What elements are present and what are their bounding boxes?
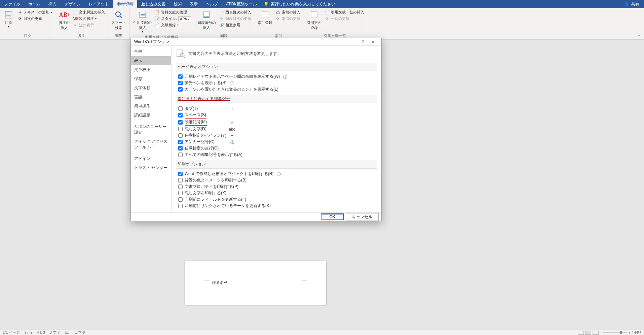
- opt-print-properties[interactable]: 文書プロパティを印刷する(P): [176, 183, 377, 190]
- nav-display[interactable]: 表示: [131, 56, 171, 65]
- opt-all[interactable]: すべての編集記号を表示する(A): [176, 152, 377, 158]
- bibliography-button[interactable]: 📄文献目録▾: [154, 22, 192, 28]
- update-toa-button[interactable]: ⟳一覧の更新: [324, 16, 365, 22]
- status-page[interactable]: 1/1 ページ: [3, 330, 20, 335]
- cross-ref-button[interactable]: 🔗相互参照: [219, 22, 252, 28]
- opt-break[interactable]: 任意指定の改行(O)❘: [176, 145, 377, 152]
- tab-references[interactable]: 参考資料: [113, 0, 137, 9]
- insert-index-button[interactable]: 📇索引の挿入: [275, 9, 301, 15]
- status-language[interactable]: 日本語: [74, 330, 85, 335]
- insert-citation-button[interactable]: 引用文献の 挿入 ▾: [132, 9, 153, 34]
- status-line[interactable]: 行: 2: [25, 330, 32, 335]
- status-words[interactable]: 0 文字: [50, 330, 60, 335]
- tab-atok[interactable]: ATOK拡張ツール: [222, 0, 261, 9]
- checkbox-print-properties[interactable]: [178, 185, 183, 189]
- opt-paragraph[interactable]: 段落記号(M)↵: [176, 119, 377, 126]
- nav-addins[interactable]: アドイン: [131, 154, 171, 163]
- insert-footnote-button[interactable]: AB1 脚注の 挿入: [57, 9, 71, 31]
- checkbox-highlighter[interactable]: [178, 81, 183, 85]
- tab-file[interactable]: ファイル: [0, 0, 24, 9]
- citation-style-dropdown[interactable]: 📝スタイル: APA ▾: [154, 16, 192, 22]
- tab-design[interactable]: デザイン: [61, 0, 85, 9]
- collapse-ribbon-button[interactable]: ︿: [637, 32, 641, 38]
- nav-advanced[interactable]: 詳細設定: [131, 111, 171, 120]
- info-icon[interactable]: i: [277, 172, 281, 176]
- checkbox-hyphen[interactable]: [178, 133, 183, 138]
- opt-tooltips[interactable]: カーソルを置いたときに文書のヒントを表示する(L): [176, 86, 377, 93]
- update-toc-button[interactable]: ⟳目次の更新: [17, 16, 53, 22]
- nav-general[interactable]: 全般: [131, 47, 171, 56]
- help-button[interactable]: ?: [358, 39, 368, 44]
- view-read-mode[interactable]: [578, 331, 584, 335]
- smart-lookup-button[interactable]: スマート 検索: [110, 9, 127, 31]
- document-page[interactable]: 作者名↵: [185, 261, 326, 305]
- opt-anchor[interactable]: アンカー記号(C)⚓: [176, 139, 377, 145]
- opt-space[interactable]: スペース(S)···: [176, 112, 377, 119]
- checkbox-paragraph[interactable]: [178, 120, 183, 125]
- share-button[interactable]: 👤 共有: [619, 0, 644, 9]
- checkbox-break[interactable]: [178, 146, 183, 150]
- tab-layout[interactable]: レイアウト: [85, 0, 113, 9]
- tab-view[interactable]: 表示: [186, 0, 202, 9]
- tab-mailings[interactable]: 差し込み文書: [137, 0, 169, 9]
- tell-me-search[interactable]: 💡 実行したい作業を入力してください: [264, 1, 335, 7]
- opt-hyphen[interactable]: 任意指定のハイフン(Y)¬: [176, 132, 377, 139]
- close-button[interactable]: ✕: [368, 39, 378, 44]
- tab-home[interactable]: ホーム: [24, 0, 44, 9]
- info-icon[interactable]: i: [283, 75, 287, 79]
- checkbox-print-links[interactable]: [178, 204, 183, 208]
- opt-print-background[interactable]: 背景の色とイメージを印刷する(B): [176, 177, 377, 183]
- checkbox-print-fields[interactable]: [178, 197, 183, 202]
- manage-sources-button[interactable]: 📋資料文献の管理: [154, 9, 192, 15]
- tab-help[interactable]: ヘルプ: [202, 0, 222, 9]
- checkbox-anchor[interactable]: [178, 140, 183, 144]
- tab-insert[interactable]: 挿入: [44, 0, 61, 9]
- info-icon[interactable]: i: [230, 81, 234, 85]
- status-proofing-icon[interactable]: 📖: [65, 330, 70, 335]
- checkbox-print-drawings[interactable]: [178, 172, 183, 176]
- mark-entry-button[interactable]: + 索引登録: [256, 9, 274, 26]
- update-tof-button[interactable]: ⟳図表目次の更新: [219, 16, 252, 22]
- checkbox-hidden[interactable]: [178, 127, 183, 131]
- checkbox-print-hidden[interactable]: [178, 191, 183, 195]
- ok-button[interactable]: OK: [321, 213, 344, 220]
- opt-print-drawings[interactable]: Word で作成した描画オブジェクトを印刷する(R)i: [176, 171, 377, 177]
- insert-caption-button[interactable]: 図表番号の 挿入: [196, 9, 217, 31]
- checkbox-tooltips[interactable]: [178, 87, 183, 92]
- checkbox-all[interactable]: [178, 153, 183, 157]
- checkbox-space[interactable]: [178, 113, 183, 118]
- view-web-layout[interactable]: [593, 331, 599, 335]
- insert-tof-button[interactable]: 📑図表目次の挿入: [219, 9, 252, 15]
- insert-toa-button[interactable]: 📄引用文献一覧の挿入: [324, 9, 365, 15]
- opt-print-fields[interactable]: 印刷前にフィールドを更新する(F): [176, 196, 377, 203]
- nav-typography[interactable]: 文字体裁: [131, 83, 171, 93]
- opt-print-hidden[interactable]: 隠し文字を印刷する(X): [176, 190, 377, 196]
- nav-trust[interactable]: トラスト センター: [131, 163, 171, 172]
- status-col[interactable]: 列: 3: [37, 330, 45, 335]
- next-footnote-button[interactable]: AB¹次の脚注▾: [72, 16, 106, 22]
- toc-button[interactable]: 目次 ▾: [2, 9, 15, 29]
- nav-qat[interactable]: クイック アクセス ツール バー: [131, 137, 171, 152]
- zoom-level[interactable]: 144%: [632, 331, 641, 335]
- opt-print-links[interactable]: 印刷前にリンクされているデータを更新する(K): [176, 203, 377, 209]
- add-text-button[interactable]: ✚テキストの追加▾: [17, 9, 53, 15]
- show-notes-button[interactable]: ≡注の表示: [72, 22, 106, 28]
- nav-save[interactable]: 保存: [131, 74, 171, 83]
- nav-language[interactable]: 言語: [131, 93, 171, 102]
- style-value[interactable]: APA ▾: [178, 16, 191, 21]
- tab-review[interactable]: 校閲: [169, 0, 186, 9]
- insert-endnote-button[interactable]: 📄文末脚注の挿入: [72, 9, 106, 15]
- zoom-out-button[interactable]: −: [600, 331, 602, 335]
- opt-whitespace[interactable]: 印刷レイアウト表示でページ間の余白を表示する(W)i: [176, 73, 377, 80]
- update-index-button[interactable]: ⟳索引の更新: [275, 16, 301, 22]
- opt-highlighter[interactable]: 蛍光ペンを表示する(H)i: [176, 80, 377, 86]
- view-print-layout[interactable]: [585, 331, 591, 335]
- cancel-button[interactable]: キャンセル: [346, 213, 379, 221]
- opt-hidden[interactable]: 隠し文字(D)abc: [176, 126, 377, 132]
- zoom-slider[interactable]: [603, 332, 627, 333]
- mark-citation-button[interactable]: + 引用文の 登録: [305, 9, 323, 31]
- checkbox-print-background[interactable]: [178, 178, 183, 182]
- checkbox-tab[interactable]: [178, 106, 183, 111]
- nav-ease[interactable]: 簡単操作: [131, 102, 171, 111]
- checkbox-whitespace[interactable]: [178, 74, 183, 79]
